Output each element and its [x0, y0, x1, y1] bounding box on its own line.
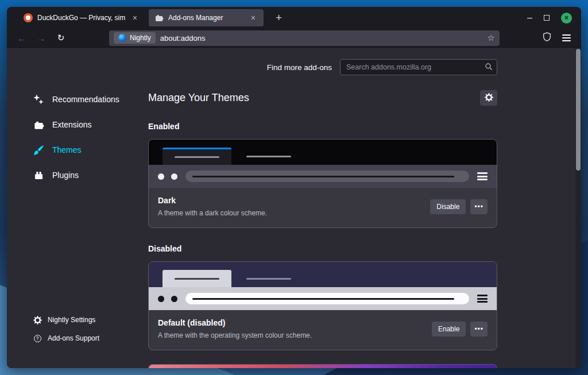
- search-input[interactable]: [340, 59, 497, 75]
- theme-name: Dark: [158, 196, 430, 205]
- sidebar-item-plugins[interactable]: Plugins: [33, 163, 119, 188]
- search-field: [340, 59, 497, 75]
- preview-nav-dot: [171, 173, 177, 180]
- preview-active-tab: [163, 270, 231, 287]
- desktop-background: DuckDuckGo — Privacy, sim × Add-ons Mana…: [0, 0, 588, 375]
- preview-urlbar: [185, 293, 469, 304]
- theme-preview-tabbar: [149, 262, 497, 287]
- nightly-logo-icon: [118, 34, 126, 42]
- theme-card-default[interactable]: Default (disabled) A theme with the oper…: [148, 261, 497, 350]
- theme-preview-toolbar: [149, 287, 497, 310]
- search-icon[interactable]: [485, 63, 493, 73]
- back-icon[interactable]: ←: [14, 30, 30, 46]
- theme-preview-tabbar: [149, 140, 497, 165]
- preview-tab-text-line: [175, 156, 219, 158]
- theme-card-text: Default (disabled) A theme with the oper…: [158, 318, 432, 339]
- find-more-label: Find more add-ons: [267, 63, 332, 72]
- preview-nav-dot: [158, 173, 164, 180]
- bookmark-star-icon[interactable]: ☆: [488, 33, 495, 43]
- puzzle-favicon-icon: [154, 13, 164, 22]
- help-question-icon: ?: [33, 334, 42, 343]
- theme-card-body: Default (disabled) A theme with the oper…: [149, 310, 497, 350]
- more-options-button[interactable]: •••: [470, 322, 488, 337]
- theme-card-actions: Disable •••: [430, 199, 488, 214]
- sidebar-item-themes[interactable]: Themes: [33, 137, 119, 163]
- preview-urlbar: [185, 171, 469, 182]
- shield-icon[interactable]: [542, 32, 552, 44]
- plugin-brick-icon: [33, 169, 44, 181]
- theme-card-actions: Enable •••: [432, 322, 488, 337]
- theme-card-body: Dark A theme with a dark colour scheme. …: [149, 188, 497, 227]
- sidebar-footer-label: Add-ons Support: [48, 334, 99, 342]
- puzzle-icon: [33, 119, 44, 130]
- tab-title: Add-ons Manager: [168, 14, 244, 22]
- title-row: Manage Your Themes: [148, 90, 497, 106]
- sidebar-item-label: Plugins: [52, 171, 79, 180]
- theme-card-dark[interactable]: Dark A theme with a dark colour scheme. …: [148, 139, 497, 228]
- theme-preview-toolbar: [149, 165, 497, 188]
- theme-card-text: Dark A theme with a dark colour scheme.: [158, 196, 430, 217]
- disable-button[interactable]: Disable: [430, 199, 466, 214]
- preview-url-line: [192, 176, 454, 177]
- browser-window: DuckDuckGo — Privacy, sim × Add-ons Mana…: [7, 7, 581, 368]
- theme-description: A theme with a dark colour scheme.: [158, 209, 430, 217]
- tools-menu-button[interactable]: [480, 90, 497, 106]
- gear-icon: [33, 315, 42, 324]
- sidebar-footer-label: Nightly Settings: [48, 316, 95, 324]
- preview-active-tab: [163, 148, 231, 165]
- recommendations-stars-icon: [33, 94, 44, 105]
- gear-icon: [485, 93, 493, 103]
- toolbar-right: [542, 32, 574, 44]
- page-title: Manage Your Themes: [148, 92, 249, 104]
- preview-inactive-tab-line: [246, 156, 291, 157]
- menu-hamburger-icon[interactable]: [562, 33, 571, 43]
- sidebar-item-label: Extensions: [52, 120, 91, 129]
- tab-bar: DuckDuckGo — Privacy, sim × Add-ons Mana…: [7, 7, 581, 29]
- preview-hamburger-icon: [477, 293, 488, 304]
- tab-title: DuckDuckGo — Privacy, sim: [37, 14, 126, 22]
- sidebar-item-nightly-settings[interactable]: Nightly Settings: [33, 311, 99, 329]
- tab-close-icon[interactable]: ×: [130, 13, 140, 23]
- more-options-button[interactable]: •••: [470, 199, 488, 214]
- sidebar-item-extensions[interactable]: Extensions: [33, 112, 119, 137]
- theme-card-partial[interactable]: [148, 364, 497, 368]
- theme-description: A theme with the operating system colour…: [158, 331, 432, 339]
- url-text: about:addons: [160, 34, 206, 42]
- preview-inactive-tab-line: [246, 278, 291, 280]
- section-heading-disabled: Disabled: [148, 244, 497, 253]
- preview-hamburger-icon: [477, 171, 488, 182]
- scrollbar-thumb[interactable]: [576, 49, 581, 171]
- preview-url-line: [192, 298, 454, 300]
- sidebar-footer: Nightly Settings ? Add-ons Support: [33, 311, 99, 347]
- tab-addons-manager[interactable]: Add-ons Manager ×: [149, 9, 264, 26]
- reload-icon[interactable]: ↻: [53, 30, 69, 46]
- sidebar-item-addons-support[interactable]: ? Add-ons Support: [33, 329, 99, 347]
- preview-nav-dot: [171, 296, 177, 302]
- section-heading-enabled: Enabled: [148, 122, 497, 131]
- search-row: Find more add-ons: [148, 59, 497, 75]
- identity-chip-label: Nightly: [130, 34, 151, 42]
- sidebar-item-recommendations[interactable]: Recommendations: [33, 87, 119, 112]
- window-close-button[interactable]: ×: [561, 13, 572, 24]
- identity-chip[interactable]: Nightly: [114, 32, 156, 44]
- navigation-toolbar: ← → ↻ Nightly about:addons ☆: [7, 29, 581, 48]
- scrollbar[interactable]: [575, 48, 581, 368]
- window-controls: – ×: [527, 7, 572, 29]
- tab-duckduckgo[interactable]: DuckDuckGo — Privacy, sim ×: [18, 9, 145, 26]
- main-pane: Find more add-ons Manage Your Themes: [148, 48, 497, 368]
- preview-nav-dot: [158, 296, 164, 302]
- addons-page: Recommendations Extensions: [7, 48, 581, 368]
- sidebar: Recommendations Extensions: [33, 87, 119, 188]
- url-bar[interactable]: Nightly about:addons ☆: [109, 30, 500, 46]
- minimize-button[interactable]: –: [527, 13, 532, 22]
- sidebar-item-label: Recommendations: [52, 95, 119, 104]
- enable-button[interactable]: Enable: [432, 322, 466, 337]
- sidebar-item-label: Themes: [52, 145, 82, 154]
- tab-close-icon[interactable]: ×: [249, 13, 258, 23]
- duckduckgo-favicon-icon: [24, 13, 33, 22]
- restore-button[interactable]: [544, 15, 550, 21]
- paintbrush-icon: [33, 144, 44, 156]
- theme-name: Default (disabled): [158, 318, 432, 327]
- new-tab-button[interactable]: +: [272, 11, 285, 24]
- forward-icon[interactable]: →: [33, 30, 49, 46]
